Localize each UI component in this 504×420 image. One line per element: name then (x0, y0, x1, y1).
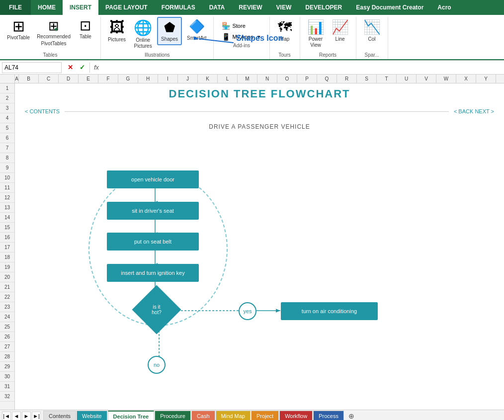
online-pictures-label: Online Pictures (134, 37, 152, 49)
col-header-y: Y (476, 75, 496, 83)
tab-formulas[interactable]: FORMULAS (155, 0, 202, 15)
col-header-k: K (198, 75, 218, 83)
sheet-tab-procedure[interactable]: Procedure (155, 411, 191, 420)
map-button[interactable]: 🗺 Map (274, 17, 296, 44)
tab-acro[interactable]: Acro (430, 0, 458, 15)
tab-insert[interactable]: INSERT (63, 0, 98, 15)
name-box[interactable]: AL74 (2, 62, 62, 73)
row-num-20: 20 (0, 272, 14, 282)
smartart-button[interactable]: 🔷 SmartArt (184, 17, 209, 43)
my-apps-button[interactable]: 📱 My Apps ▼ (219, 32, 264, 42)
col-header-f: F (98, 75, 118, 83)
line-label: Line (336, 36, 345, 42)
tab-view[interactable]: VIEW (269, 0, 299, 15)
recommended-pivot-label: Recommended (37, 34, 71, 40)
row-num-11: 11 (0, 183, 14, 193)
sheet-tab-cash[interactable]: Cash (191, 411, 215, 420)
sheet-tab-contents[interactable]: Contents (43, 411, 76, 420)
ribbon-group-illustrations: 🖼 Pictures 🌐 Online Pictures ⬟ Shapes 🔷 (101, 17, 214, 59)
sheet-tab-process[interactable]: Process (313, 411, 344, 420)
col-header-x: X (456, 75, 476, 83)
sheet-nav-prev[interactable]: ◄ (12, 412, 21, 420)
flowchart-area: DECISION TREE FLOWCHART < CONTENTS < BAC… (15, 84, 504, 410)
tab-data[interactable]: DATA (202, 0, 232, 15)
row-num-24: 24 (0, 312, 14, 322)
shapes-button[interactable]: ⬟ Shapes (157, 17, 182, 45)
row-num-13: 13 (0, 203, 14, 213)
pivot-table-label: PivotTable (7, 35, 30, 41)
row-num-29: 29 (0, 362, 14, 372)
tab-file[interactable]: FILE (0, 0, 31, 15)
power-view-icon: 📊 (307, 19, 325, 35)
flow-box-1: open vehicle door (107, 170, 199, 188)
flow-arrow-3-4 (153, 251, 158, 265)
sheet-nav-last[interactable]: ►| (32, 412, 41, 420)
online-pictures-icon: 🌐 (134, 19, 152, 36)
col-header-l: L (218, 75, 238, 83)
row-numbers: 1234567891011121314151617181920212223242… (0, 84, 15, 410)
col-header-v: V (417, 75, 436, 83)
line-button[interactable]: 📈 Line (329, 17, 352, 44)
tab-developer[interactable]: DEVELOPER (298, 0, 349, 15)
sheet-tab-project[interactable]: Project (251, 411, 279, 420)
tab-page-layout[interactable]: PAGE LAYOUT (98, 0, 155, 15)
ribbon-tab-bar: FILE HOME INSERT PAGE LAYOUT FORMULAS DA… (0, 0, 504, 15)
nav-contents[interactable]: < CONTENTS (25, 108, 60, 114)
cancel-button[interactable]: ✕ (65, 62, 76, 73)
col-header-a: A (15, 75, 19, 83)
sheet-tab-workflow[interactable]: Workflow (279, 411, 313, 420)
sheet-add-button[interactable]: ⊕ (346, 411, 356, 420)
pivot-table-button[interactable]: ⊞ PivotTable (4, 17, 33, 43)
col-header-m: M (238, 75, 257, 83)
recommended-pivot-sublabel: PivotTables (41, 41, 66, 47)
row-num-25: 25 (0, 322, 14, 332)
store-button[interactable]: 🏪 Store (219, 21, 264, 31)
chart-nav: < CONTENTS < BACK NEXT > (15, 108, 504, 114)
sparkline-col-icon: 📉 (363, 19, 381, 35)
sheet-tab-website[interactable]: Website (77, 411, 107, 420)
power-view-button[interactable]: 📊 PowerView (304, 17, 328, 50)
row-num-6: 6 (0, 133, 14, 143)
col-header-j: J (178, 75, 198, 83)
nav-line (65, 111, 449, 112)
table-label: Table (80, 34, 91, 40)
tab-home[interactable]: HOME (31, 0, 63, 15)
my-apps-icon: 📱 (222, 33, 230, 41)
flow-line-h1 (174, 308, 239, 313)
illustrations-group-label: Illustrations (145, 52, 170, 59)
row-num-12: 12 (0, 193, 14, 203)
tab-review[interactable]: REVIEW (232, 0, 269, 15)
col-header-z: Z (496, 75, 504, 83)
tables-group-label: Tables (43, 52, 58, 59)
flow-box-ac: turn on air conditioning (281, 302, 378, 320)
sheet-tab-decision-tree[interactable]: Decision Tree (108, 411, 155, 420)
sheet-tab-mind-map[interactable]: Mind Map (216, 411, 251, 420)
sparkline-col-button[interactable]: 📉 Col (360, 17, 384, 44)
col-header-b: B (19, 75, 39, 83)
store-icon: 🏪 (222, 22, 230, 30)
pictures-button[interactable]: 🖼 Pictures (105, 17, 129, 45)
nav-back-next[interactable]: < BACK NEXT > (454, 108, 494, 114)
tab-easy-doc[interactable]: Easy Document Creator (349, 0, 430, 15)
recommended-pivot-icon: ⊞✦ (48, 19, 59, 33)
reports-group-label: Reports (319, 52, 336, 59)
flowchart-title: DECISION TREE FLOWCHART (15, 87, 504, 100)
sparklines-group-label: Spar... (365, 52, 379, 59)
table-button[interactable]: ⊡ Table (75, 17, 96, 42)
col-header-e: E (79, 75, 98, 83)
col-header-n: N (257, 75, 277, 83)
flow-diamond-1 (132, 285, 181, 335)
col-header-o: O (277, 75, 297, 83)
online-pictures-button[interactable]: 🌐 Online Pictures (131, 17, 155, 51)
formula-input[interactable] (102, 64, 504, 71)
fx-label: fx (91, 64, 102, 71)
row-num-19: 19 (0, 262, 14, 272)
sheet-nav-next[interactable]: ► (22, 412, 31, 420)
line-icon: 📈 (332, 19, 349, 35)
confirm-button[interactable]: ✓ (77, 62, 87, 73)
ribbon-group-tables: ⊞ PivotTable ⊞✦ Recommended PivotTables … (0, 17, 101, 59)
sheet-nav-first[interactable]: |◄ (2, 412, 11, 420)
row-num-9: 9 (0, 163, 14, 173)
recommended-pivot-button[interactable]: ⊞✦ Recommended PivotTables (34, 17, 74, 49)
row-num-17: 17 (0, 243, 14, 252)
